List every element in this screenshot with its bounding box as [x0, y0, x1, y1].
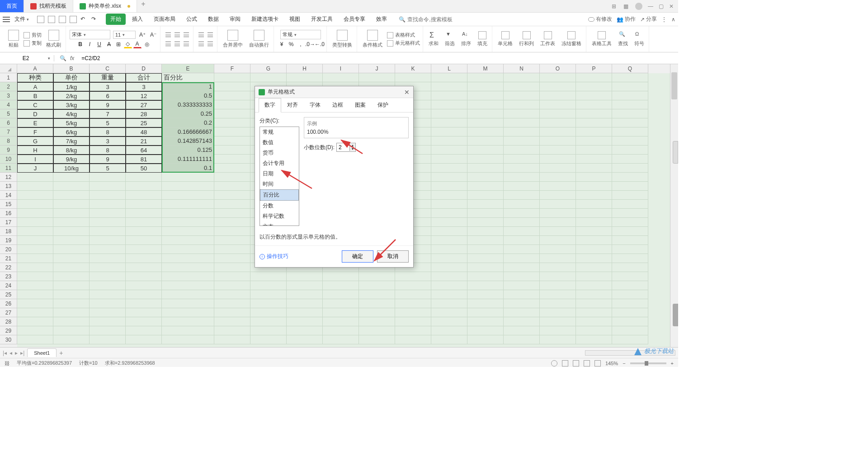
merge-button[interactable]: 合并居中 [221, 29, 245, 49]
cell[interactable] [162, 182, 214, 191]
cell[interactable] [17, 299, 53, 308]
sheet-next-icon[interactable]: ▸ [15, 350, 18, 356]
cell[interactable] [540, 91, 576, 100]
cell[interactable]: 0.111111111 [162, 155, 214, 164]
cell[interactable] [90, 317, 126, 326]
cell[interactable] [467, 127, 504, 136]
cancel-button[interactable]: 取消 [377, 250, 409, 263]
row-header[interactable]: 11 [0, 164, 17, 173]
cell[interactable] [250, 317, 287, 326]
cell[interactable] [467, 191, 504, 200]
row-header[interactable]: 13 [0, 182, 17, 191]
row-header[interactable]: 28 [0, 317, 17, 326]
strikethrough-button[interactable]: A̶ [105, 40, 113, 48]
cell[interactable] [395, 73, 431, 82]
cell[interactable]: 7/kg [53, 136, 90, 146]
cell[interactable] [395, 299, 431, 308]
cell[interactable] [540, 173, 576, 182]
zoom-slider[interactable] [630, 362, 666, 364]
cell[interactable] [250, 272, 287, 281]
filter-button[interactable]: ▼筛选 [443, 30, 457, 48]
stats-link-icon[interactable]: ⛓ [5, 361, 9, 366]
zoom-out-icon[interactable]: − [623, 361, 625, 366]
cell[interactable] [612, 218, 648, 227]
cell[interactable] [467, 118, 504, 127]
cell[interactable] [540, 245, 576, 254]
cell[interactable] [17, 173, 53, 182]
user-avatar-icon[interactable] [635, 3, 642, 10]
cell[interactable] [504, 209, 540, 218]
distribute-icon[interactable] [206, 40, 214, 48]
cell[interactable] [504, 281, 540, 290]
cell[interactable] [53, 191, 90, 200]
cell[interactable] [504, 118, 540, 127]
cell[interactable] [431, 155, 467, 164]
name-box-input[interactable] [4, 55, 48, 61]
cell[interactable] [214, 263, 250, 272]
cell[interactable] [612, 182, 648, 191]
cell[interactable] [467, 281, 504, 290]
zoom-level[interactable]: 145% [605, 361, 618, 366]
cell[interactable] [431, 236, 467, 245]
cell[interactable] [323, 308, 359, 317]
cell[interactable] [287, 326, 323, 335]
sheet-first-icon[interactable]: |◂ [3, 350, 7, 356]
cell[interactable] [214, 335, 250, 344]
cell[interactable]: 9 [90, 155, 126, 164]
cell[interactable] [359, 272, 395, 281]
ribbon-tab-10[interactable]: 效率 [372, 14, 392, 25]
ribbon-tab-4[interactable]: 数据 [203, 14, 223, 25]
cell[interactable] [467, 272, 504, 281]
cell[interactable] [467, 263, 504, 272]
decimal-input[interactable] [337, 143, 349, 151]
cell[interactable] [504, 272, 540, 281]
percent-icon[interactable]: % [287, 40, 295, 48]
cell[interactable] [431, 263, 467, 272]
cell[interactable] [612, 191, 648, 200]
cell[interactable] [540, 290, 576, 299]
ribbon-tab-2[interactable]: 页面布局 [149, 14, 180, 25]
cell[interactable] [467, 335, 504, 344]
cell[interactable] [90, 308, 126, 317]
decimal-spinner[interactable]: ▲ ▼ [336, 143, 356, 152]
cell[interactable] [214, 245, 250, 254]
cell[interactable] [540, 254, 576, 263]
cell[interactable] [17, 182, 53, 191]
cell[interactable] [431, 127, 467, 136]
cell[interactable] [467, 82, 504, 91]
tips-link[interactable]: i 操作技巧 [259, 253, 288, 260]
cell[interactable] [126, 254, 162, 263]
cell[interactable] [395, 281, 431, 290]
align-middle-icon[interactable] [173, 31, 181, 39]
cell[interactable] [90, 254, 126, 263]
template-tab[interactable]: 找稻壳模板 [24, 0, 73, 12]
cell[interactable] [576, 182, 612, 191]
cell[interactable]: G [17, 136, 53, 146]
cell[interactable] [214, 127, 250, 136]
cell[interactable]: 百分比 [162, 73, 214, 82]
cell[interactable] [467, 299, 504, 308]
cell[interactable] [214, 173, 250, 182]
sheet-tab-1[interactable]: Sheet1 [27, 348, 57, 357]
font-name-combo[interactable]: 宋体▾ [70, 30, 110, 39]
sum-button[interactable]: Σ求和 [427, 30, 440, 48]
cell[interactable] [540, 263, 576, 272]
cell[interactable] [467, 73, 504, 82]
cell[interactable] [504, 227, 540, 236]
cell[interactable] [431, 200, 467, 209]
modified-indicator[interactable]: 有修改 [588, 15, 612, 23]
cell[interactable] [250, 290, 287, 299]
cell[interactable] [576, 209, 612, 218]
cell[interactable]: E [17, 118, 53, 127]
cell[interactable] [162, 254, 214, 263]
cell[interactable] [162, 317, 214, 326]
ribbon-tab-0[interactable]: 开始 [106, 14, 126, 25]
cell[interactable] [576, 146, 612, 155]
cell[interactable] [612, 236, 648, 245]
row-header[interactable]: 21 [0, 254, 17, 263]
cell[interactable] [126, 200, 162, 209]
cell[interactable] [540, 100, 576, 109]
cell[interactable] [504, 164, 540, 173]
cell[interactable] [126, 272, 162, 281]
row-header[interactable]: 10 [0, 155, 17, 164]
